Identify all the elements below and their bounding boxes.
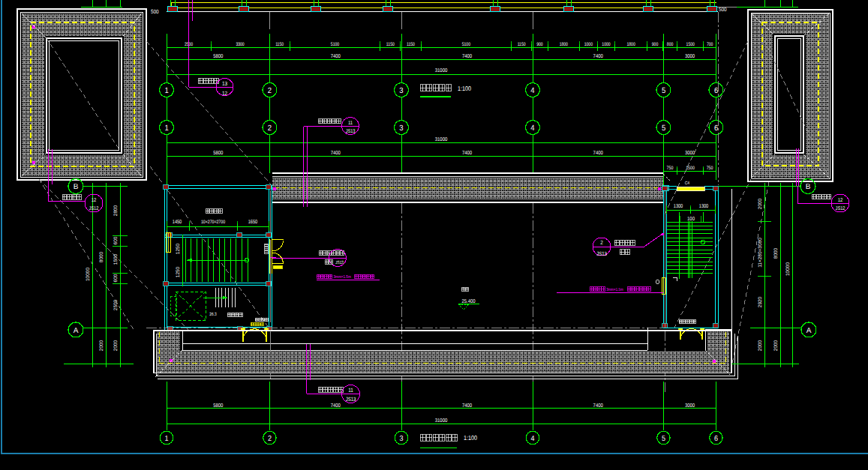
svg-text:750: 750 [707, 166, 713, 171]
svg-text:7400: 7400 [331, 151, 341, 156]
svg-text:5100: 5100 [462, 42, 471, 47]
svg-text:2000: 2000 [758, 198, 763, 209]
svg-text:8000: 8000 [773, 247, 779, 259]
svg-text:JS13: JS13 [346, 396, 356, 403]
svg-text:3300: 3300 [236, 42, 245, 47]
svg-text:7400: 7400 [593, 403, 603, 409]
svg-text:7400: 7400 [462, 403, 472, 409]
svg-text:10×270=2700: 10×270=2700 [201, 220, 225, 225]
svg-text:1800: 1800 [560, 42, 569, 47]
svg-text:5800: 5800 [213, 54, 223, 59]
svg-text:2500: 2500 [113, 299, 119, 310]
svg-text:2920: 2920 [758, 296, 763, 307]
svg-text:600: 600 [113, 274, 119, 282]
svg-text:1450: 1450 [173, 220, 182, 225]
svg-text:1250: 1250 [176, 243, 181, 254]
svg-text:11: 11 [348, 387, 353, 394]
svg-text:2: 2 [268, 124, 272, 133]
svg-text:5: 5 [662, 435, 665, 443]
svg-text:3: 3 [399, 435, 403, 443]
svg-text:5800: 5800 [213, 403, 223, 409]
svg-text:3mm×1.5m: 3mm×1.5m [333, 274, 350, 280]
svg-text:1300: 1300 [699, 204, 709, 209]
svg-text:7400: 7400 [462, 54, 472, 59]
svg-text:8000: 8000 [99, 251, 104, 262]
svg-text:12: 12 [222, 90, 227, 97]
svg-text:600: 600 [113, 236, 119, 244]
svg-text:4: 4 [530, 124, 534, 133]
svg-text:2: 2 [268, 435, 272, 443]
svg-text:1: 1 [165, 435, 169, 443]
svg-text:C4: C4 [685, 181, 690, 186]
svg-text:12: 12 [92, 198, 97, 203]
svg-text:4: 4 [531, 435, 535, 443]
svg-text:JS12: JS12 [89, 206, 99, 211]
svg-text:A: A [74, 327, 79, 335]
svg-text:B: B [806, 183, 811, 191]
svg-text:1150: 1150 [518, 42, 526, 47]
svg-text:1:100: 1:100 [458, 85, 471, 92]
svg-text:6: 6 [714, 124, 718, 133]
svg-text:3000: 3000 [685, 151, 695, 156]
svg-text:1800: 1800 [626, 42, 635, 47]
svg-text:2000: 2000 [99, 340, 104, 351]
svg-text:JS13: JS13 [596, 250, 607, 257]
svg-text:12: 12 [838, 198, 843, 203]
svg-text:800: 800 [667, 42, 674, 47]
svg-text:7400: 7400 [331, 54, 341, 59]
svg-text:2000: 2000 [758, 340, 763, 351]
svg-text:5: 5 [662, 124, 665, 133]
svg-text:1: 1 [164, 86, 168, 95]
svg-text:750: 750 [667, 166, 674, 171]
svg-text:7400: 7400 [462, 151, 472, 156]
svg-text:2: 2 [268, 86, 272, 95]
svg-text:2: 2 [600, 239, 603, 246]
svg-text:900: 900 [536, 42, 543, 47]
svg-text:1500: 1500 [686, 166, 695, 171]
svg-text:100: 100 [687, 217, 695, 222]
svg-text:1300: 1300 [674, 204, 683, 209]
svg-text:2000: 2000 [113, 340, 119, 351]
svg-text:6: 6 [714, 86, 718, 95]
svg-text:31000: 31000 [435, 68, 448, 73]
svg-text:3000: 3000 [685, 403, 695, 409]
svg-text:B: B [74, 183, 79, 191]
svg-text:1000: 1000 [584, 42, 593, 47]
svg-text:31000: 31000 [435, 418, 448, 424]
svg-text:1150: 1150 [386, 42, 395, 47]
svg-text:11: 11 [348, 121, 353, 126]
svg-text:3: 3 [399, 124, 403, 133]
svg-text:1250: 1250 [176, 266, 181, 277]
svg-text:6: 6 [714, 435, 718, 443]
svg-text:26.3: 26.3 [209, 312, 217, 317]
svg-text:1500: 1500 [113, 253, 119, 265]
svg-text:3000: 3000 [685, 54, 695, 59]
svg-text:1650: 1650 [248, 220, 258, 225]
svg-text:1: 1 [164, 124, 168, 133]
svg-text:500: 500 [151, 8, 159, 15]
svg-text:1150: 1150 [407, 42, 415, 47]
svg-text:10000: 10000 [785, 262, 791, 276]
svg-text:5: 5 [662, 86, 665, 95]
svg-text:2800: 2800 [113, 205, 119, 216]
svg-text:1150: 1150 [275, 42, 284, 47]
svg-text:13: 13 [222, 80, 227, 87]
svg-text:900: 900 [652, 42, 659, 47]
svg-text:7400: 7400 [593, 54, 603, 59]
svg-text:1000: 1000 [602, 42, 611, 47]
svg-text:7400: 7400 [593, 151, 603, 156]
svg-text:3: 3 [399, 86, 403, 95]
svg-text:5800: 5800 [213, 151, 223, 156]
svg-text:JS12: JS12 [836, 206, 845, 211]
svg-text:1:100: 1:100 [464, 434, 477, 442]
svg-text:2000: 2000 [773, 340, 779, 351]
svg-text:700: 700 [707, 42, 713, 47]
svg-text:1500: 1500 [686, 42, 695, 47]
svg-text:3mm×1.5m: 3mm×1.5m [606, 288, 623, 292]
svg-text:10000: 10000 [86, 268, 91, 281]
svg-text:4: 4 [530, 86, 534, 95]
svg-text:JS13: JS13 [346, 129, 356, 134]
svg-text:5100: 5100 [331, 42, 340, 47]
svg-text:7400: 7400 [331, 403, 341, 409]
svg-text:25.400: 25.400 [461, 299, 475, 304]
